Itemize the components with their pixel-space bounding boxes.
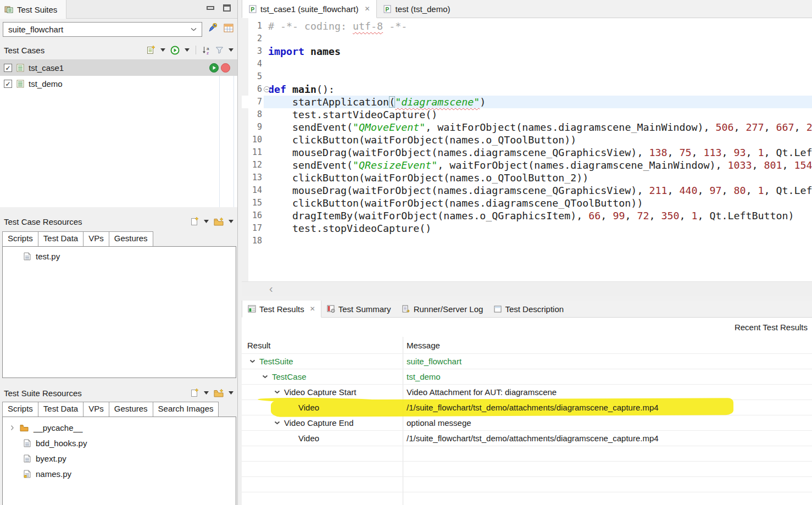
tab-gestures[interactable]: Gestures	[109, 402, 153, 417]
test-suite-resources-header: Test Suite Resources	[0, 385, 237, 401]
code-line[interactable]: 16 dragItemBy(waitForObject(names.o_QGra…	[242, 209, 812, 222]
new-test-case-icon[interactable]	[146, 46, 155, 54]
code-line[interactable]: 11 mouseDrag(waitForObject(names.diagram…	[242, 146, 812, 159]
open-folder-menu-icon[interactable]	[229, 391, 233, 395]
code-line[interactable]: 15 clickButton(waitForObject(names.diagr…	[242, 197, 812, 209]
open-folder-icon[interactable]	[214, 218, 224, 226]
code-line[interactable]: 4	[242, 58, 812, 70]
code-line[interactable]: 1# -*- coding: utf-8 -*-	[242, 20, 812, 32]
close-icon[interactable]: ✕	[364, 5, 370, 13]
list-item-test-py[interactable]: test.py	[3, 247, 236, 262]
toolbar-separator	[196, 46, 196, 54]
result-cell: Video Capture Start	[284, 387, 356, 397]
new-file-menu-icon[interactable]	[204, 220, 209, 223]
tab-gestures[interactable]: Gestures	[109, 231, 153, 247]
code-line[interactable]: 5	[242, 70, 812, 83]
run-menu-icon[interactable]	[185, 48, 190, 52]
test-case-row[interactable]: ✓ tst_case1	[0, 60, 237, 76]
line-number: 14	[242, 184, 262, 197]
line-number: 7	[242, 96, 262, 108]
tab-scripts[interactable]: Scripts	[2, 231, 38, 247]
suite-selector[interactable]: suite_flowchart	[3, 22, 202, 37]
code-line[interactable]: 14 mouseDrag(waitForObject(names.diagram…	[242, 184, 812, 197]
window-controls	[207, 4, 231, 12]
tab-vps[interactable]: VPs	[83, 231, 109, 247]
code-line[interactable]: 2	[242, 32, 812, 45]
tab-search-images[interactable]: Search Images	[153, 402, 219, 417]
open-folder-icon[interactable]	[214, 389, 224, 397]
code-editor[interactable]: 1# -*- coding: utf-8 -*-23import names45…	[242, 18, 812, 281]
tab-runner-server-log[interactable]: Runner/Server Log	[397, 301, 489, 317]
test-case-label: tst_demo	[29, 79, 63, 88]
chevron-down-icon[interactable]	[274, 421, 280, 425]
chevron-right-icon[interactable]	[9, 425, 15, 431]
table-row-testsuite[interactable]: TestSuite suite_flowchart	[242, 354, 812, 369]
code-line[interactable]: 8 test.startVideoCapture()	[242, 108, 812, 121]
tab-test-results[interactable]: Test Results ✕	[242, 301, 321, 318]
maximize-icon[interactable]	[223, 4, 231, 12]
fold-collapse-icon[interactable]	[264, 86, 270, 92]
code-line[interactable]: 17 test.stopVideoCapture()	[242, 222, 812, 235]
close-icon[interactable]: ✕	[310, 305, 315, 313]
tab-vps[interactable]: VPs	[83, 402, 109, 417]
filter-icon[interactable]	[215, 47, 224, 54]
chevron-down-icon[interactable]	[262, 375, 268, 379]
record-test-case-icon[interactable]	[221, 63, 230, 73]
test-case-row[interactable]: ✓ tst_demo	[0, 76, 237, 92]
new-file-icon[interactable]	[190, 217, 199, 226]
tab-test-suites[interactable]: Test Suites	[0, 0, 66, 19]
tab-test-description[interactable]: Test Description	[488, 301, 569, 317]
table-row-video-highlighted[interactable]: Video /1/suite_flowchart/tst_demo/attach…	[242, 400, 812, 415]
run-test-suite-icon[interactable]	[170, 46, 180, 55]
code-line[interactable]: 18	[242, 235, 812, 247]
horizontal-scrollbar[interactable]: ‹	[242, 281, 812, 296]
open-folder-menu-icon[interactable]	[229, 220, 233, 223]
code-line[interactable]: 7 startApplication("diagramscene")	[242, 96, 812, 108]
recent-test-results-label[interactable]: Recent Test Results	[735, 323, 808, 332]
editor-bottom-splitter[interactable]	[238, 296, 812, 301]
test-summary-icon	[327, 305, 335, 313]
test-suites-view: Test Suites suite_flowchart Test Cases	[0, 0, 238, 505]
chevron-down-icon[interactable]	[274, 390, 280, 394]
run-test-case-icon[interactable]	[209, 63, 219, 73]
minimize-icon[interactable]	[207, 6, 214, 10]
editor-tab-tst-case1[interactable]: P tst_case1 (suite_flowchart) ✕	[242, 0, 377, 18]
tree-item-pycache[interactable]: __pycache__	[3, 420, 236, 435]
test-case-resources-tabs: Scripts Test Data VPs Gestures	[2, 231, 153, 247]
tab-test-summary[interactable]: Test Summary	[321, 301, 397, 317]
line-number: 5	[242, 70, 262, 83]
view-tabbar: Test Suites	[0, 0, 237, 19]
sort-icon[interactable]: az	[202, 46, 210, 54]
table-row-testcase[interactable]: TestCase tst_demo	[242, 369, 812, 385]
panel-splitter[interactable]	[238, 0, 242, 505]
object-map-icon[interactable]	[224, 23, 233, 32]
code-line[interactable]: 9 sendEvent("QMoveEvent", waitForObject(…	[242, 121, 812, 134]
tab-scripts[interactable]: Scripts	[2, 402, 38, 417]
new-file-menu-icon[interactable]	[204, 391, 209, 395]
checkbox-checked-icon[interactable]: ✓	[4, 80, 12, 88]
filter-menu-icon[interactable]	[229, 48, 233, 52]
table-row-video-capture-end[interactable]: Video Capture End optional messege	[242, 415, 812, 431]
editor-tab-test[interactable]: P test (tst_demo)	[377, 0, 457, 18]
code-line[interactable]: 12 sendEvent("QResizeEvent", waitForObje…	[242, 159, 812, 171]
tab-test-data[interactable]: Test Data	[38, 231, 84, 247]
new-test-case-menu-icon[interactable]	[160, 48, 165, 52]
suite-settings-icon[interactable]	[208, 23, 218, 32]
code-line[interactable]: 13 clickButton(waitForObject(names.o_QTo…	[242, 171, 812, 184]
chevron-down-icon[interactable]	[191, 27, 197, 31]
tab-test-data[interactable]: Test Data	[38, 402, 84, 417]
tree-item-names[interactable]: names.py	[3, 466, 236, 481]
tree-item-byext[interactable]: byext.py	[3, 451, 236, 466]
column-header-message[interactable]: Message	[407, 337, 440, 353]
code-line[interactable]: 10 clickButton(waitForObject(names.o_QTo…	[242, 134, 812, 146]
chevron-down-icon[interactable]	[249, 359, 255, 363]
tree-item-bdd-hooks[interactable]: bdd_hooks.py	[3, 435, 236, 451]
table-row-video[interactable]: Video /1/suite_flowchart/tst_demo/attach…	[242, 431, 812, 446]
code-line[interactable]: 3import names	[242, 45, 812, 58]
new-file-icon[interactable]	[190, 389, 199, 397]
column-header-result[interactable]: Result	[242, 341, 271, 350]
code-line[interactable]: 6def main():	[242, 83, 812, 96]
scroll-left-icon[interactable]: ‹	[269, 282, 273, 295]
checkbox-checked-icon[interactable]: ✓	[4, 64, 12, 72]
script-file-icon	[24, 454, 31, 463]
